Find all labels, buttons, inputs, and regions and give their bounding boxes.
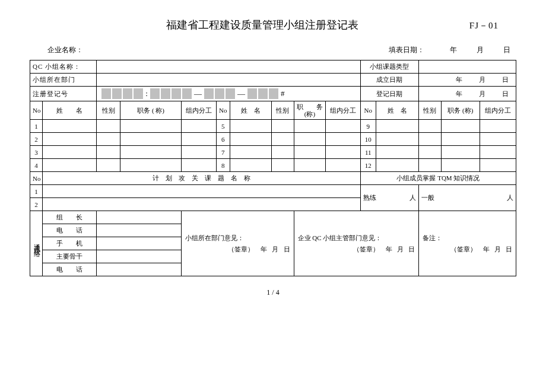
page-title: 福建省工程建设质量管理小组注册登记表 xyxy=(166,18,358,32)
found-date-label: 成立日期 xyxy=(360,74,418,87)
col-no: No xyxy=(30,101,43,120)
row-qc-name: QC 小组名称： 小组课题类型 xyxy=(30,60,516,74)
col-name3: 姓 名 xyxy=(376,101,419,120)
company-label: 企业名称： xyxy=(47,45,83,55)
col-no2: No xyxy=(216,101,230,120)
plan-no: No xyxy=(30,172,43,185)
col-div2: 组内分工 xyxy=(326,101,360,120)
dept-opinion: 小组所在部门意见： （签章） 年 月 日 xyxy=(182,211,294,276)
fill-date: 填表日期： 年 月 日 xyxy=(389,45,510,55)
contact-side: 通讯联络 xyxy=(30,211,43,276)
col-job: 职务 ( 称) xyxy=(120,101,182,120)
regno-boxes: : — — # xyxy=(97,87,361,101)
qc-opinion: 企业 QC 小组主管部门意见： （签章） 年 月 日 xyxy=(294,211,419,276)
member-row: 1 5 9 xyxy=(30,120,516,133)
main-table: QC 小组名称： 小组课题类型 小组所在部门 成立日期 年月日 注册登记号 : … xyxy=(30,60,516,276)
topic-type-value xyxy=(419,60,516,74)
qc-name-label: QC 小组名称： xyxy=(30,60,97,74)
dept-label: 小组所在部门 xyxy=(30,74,97,87)
leader-label: 组 长 xyxy=(43,211,97,224)
member-header: No 姓 名 性别 职务 ( 称) 组内分工 No 姓 名 性别 职 务 (称)… xyxy=(30,101,516,120)
top-meta-line: 企业名称： 填表日期： 年 月 日 xyxy=(30,43,516,60)
col-sex2: 性别 xyxy=(272,101,294,120)
form-code: FJ－01 xyxy=(469,20,499,31)
member-row: 3 7 11 xyxy=(30,146,516,159)
page-number: 1 / 4 xyxy=(30,288,516,297)
col-sex3: 性别 xyxy=(419,101,441,120)
reg-date-value: 年月日 xyxy=(419,87,516,101)
row-dept: 小组所在部门 成立日期 年月日 xyxy=(30,74,516,87)
col-job3: 职务 (称) xyxy=(441,101,480,120)
regno-label: 注册登记号 xyxy=(30,87,97,101)
mobile-label: 手 机 xyxy=(43,237,97,250)
skilled-cell: 熟练 人 xyxy=(360,185,418,211)
plan-row-1: 1 熟练 人 一般 人 xyxy=(30,185,516,198)
col-no3: No xyxy=(360,101,376,120)
general-cell: 一般 人 xyxy=(419,185,516,211)
qc-name-value xyxy=(97,60,361,74)
header: 福建省工程建设质量管理小组注册登记表 FJ－01 xyxy=(30,18,516,32)
col-div3: 组内分工 xyxy=(480,101,516,120)
note: 备注： （签章） 年 月 日 xyxy=(419,211,516,276)
member-row: 2 6 10 xyxy=(30,133,516,146)
col-name2: 姓 名 xyxy=(230,101,271,120)
col-name: 姓 名 xyxy=(43,101,97,120)
plan-title: 计 划 攻 关 课 题 名 称 xyxy=(43,172,361,185)
col-job2: 职 务 (称) xyxy=(294,101,326,120)
tel-label: 电 话 xyxy=(43,224,97,237)
tel2-label: 电 话 xyxy=(43,263,97,276)
col-sex: 性别 xyxy=(97,101,120,120)
dept-value xyxy=(97,74,361,87)
row-regno: 注册登记号 : — — # 登记日期 年月日 xyxy=(30,87,516,101)
tqm-label: 小组成员掌握 TQM 知识情况 xyxy=(360,172,516,185)
backbone-label: 主要骨干 xyxy=(43,250,97,263)
reg-date-label: 登记日期 xyxy=(360,87,418,101)
contact-row: 通讯联络 组 长 小组所在部门意见： （签章） 年 月 日 企业 QC 小组主管… xyxy=(30,211,516,224)
member-row: 4 8 12 xyxy=(30,159,516,172)
topic-type-label: 小组课题类型 xyxy=(360,60,418,74)
found-date-value: 年月日 xyxy=(419,74,516,87)
plan-header: No 计 划 攻 关 课 题 名 称 小组成员掌握 TQM 知识情况 xyxy=(30,172,516,185)
col-div: 组内分工 xyxy=(182,101,216,120)
